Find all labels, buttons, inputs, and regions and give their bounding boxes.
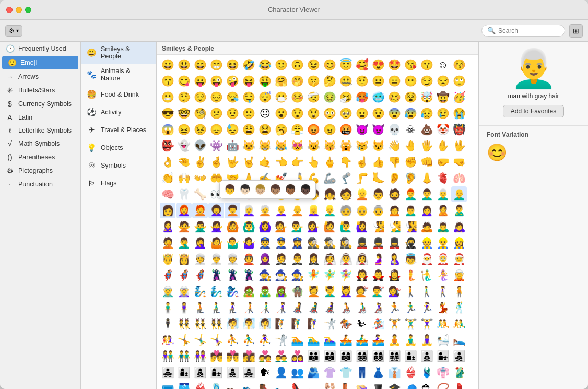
emoji-cell[interactable]: 😯: [289, 105, 305, 121]
emoji-cell[interactable]: 🤟: [225, 154, 240, 170]
emoji-cell[interactable]: 😺: [241, 138, 256, 154]
emoji-cell[interactable]: 😾: [370, 138, 386, 154]
emoji-cell[interactable]: 🕵: [305, 235, 321, 251]
emoji-cell[interactable]: 💩: [419, 122, 434, 137]
emoji-cell[interactable]: 🚣‍♀️: [370, 332, 386, 348]
emoji-cell[interactable]: 🤼‍♀️: [160, 332, 175, 348]
emoji-cell[interactable]: 💃: [435, 300, 451, 315]
emoji-cell[interactable]: 🧜‍♀️: [435, 267, 451, 283]
emoji-cell[interactable]: 🧟‍♂️: [257, 284, 273, 299]
emoji-cell[interactable]: 👫: [160, 348, 175, 364]
emoji-cell[interactable]: 🏊‍♂️: [305, 332, 321, 348]
emoji-cell[interactable]: 🏃‍♀️: [419, 300, 434, 315]
emoji-cell[interactable]: 🤭: [289, 73, 305, 89]
emoji-cell[interactable]: 🤘: [241, 154, 256, 170]
emoji-cell[interactable]: 👨‍❤️‍💋‍👨: [225, 348, 240, 364]
emoji-cell[interactable]: 👽: [192, 138, 208, 154]
emoji-cell[interactable]: 🦸‍♂️: [176, 267, 192, 283]
emoji-cell[interactable]: 😿: [354, 138, 370, 154]
emoji-cell[interactable]: 😍: [370, 57, 386, 73]
emoji-cell[interactable]: 👯‍♀️: [208, 316, 224, 332]
emoji-cell[interactable]: 🥳: [451, 89, 467, 105]
emoji-cell[interactable]: 🤷‍♀️: [241, 235, 256, 251]
emoji-cell[interactable]: 👱: [354, 186, 370, 202]
emoji-cell[interactable]: 👬: [176, 348, 192, 364]
emoji-cell[interactable]: 😘: [403, 57, 418, 73]
emoji-cell[interactable]: 🧑: [338, 186, 354, 202]
emoji-cell[interactable]: 🤺: [322, 316, 337, 332]
emoji-cell[interactable]: 🩰: [322, 381, 337, 389]
emoji-cell[interactable]: 💁: [273, 219, 289, 234]
emoji-cell[interactable]: 😖: [176, 122, 192, 137]
sidebar-item-parentheses[interactable]: () Parentheses: [0, 150, 80, 164]
emoji-cell[interactable]: 👨‍👩‍👧‍👦: [354, 348, 370, 364]
emoji-cell[interactable]: 🤑: [257, 73, 273, 89]
emoji-cell[interactable]: 🧘‍♂️: [403, 332, 418, 348]
emoji-cell[interactable]: 👨‍🦱: [419, 186, 434, 202]
emoji-cell[interactable]: 🗣: [257, 364, 273, 380]
emoji-cell[interactable]: 🧖‍♀️: [257, 316, 273, 332]
emoji-cell[interactable]: 👩‍👧‍👧: [241, 364, 256, 380]
emoji-cell[interactable]: 🙀: [338, 138, 354, 154]
emoji-cell[interactable]: 👺: [160, 138, 175, 154]
skin-tone-option[interactable]: 👦: [223, 183, 237, 196]
emoji-cell[interactable]: 😢: [435, 105, 451, 121]
emoji-cell[interactable]: 😙: [160, 73, 175, 89]
emoji-cell[interactable]: 👮‍♂️: [273, 235, 289, 251]
emoji-cell[interactable]: ✌: [192, 154, 208, 170]
emoji-cell[interactable]: 😇: [338, 57, 354, 73]
emoji-cell[interactable]: 👨‍🦲: [451, 186, 467, 202]
emoji-cell[interactable]: 🤴: [160, 251, 175, 267]
emoji-cell[interactable]: 😨: [386, 105, 402, 121]
emoji-cell[interactable]: 🙇‍♀️: [451, 219, 467, 234]
emoji-cell[interactable]: 🧝: [451, 267, 467, 283]
emoji-cell[interactable]: 👊: [419, 154, 434, 170]
emoji-cell[interactable]: 🦻: [403, 170, 418, 186]
sidebar-item-frequently-used[interactable]: 🕐 Frequently Used: [0, 42, 80, 55]
emoji-cell[interactable]: 🦹‍♀️: [241, 267, 256, 283]
emoji-cell[interactable]: 🧖: [225, 316, 240, 332]
emoji-cell[interactable]: 🧞‍♀️: [225, 284, 240, 299]
emoji-cell[interactable]: 🏋️‍♀️: [419, 316, 434, 332]
emoji-cell[interactable]: 🧘‍♀️: [419, 332, 434, 348]
emoji-cell[interactable]: 🤥: [176, 89, 192, 105]
emoji-cell[interactable]: 👳‍♂️: [208, 251, 224, 267]
sidebar-mid-item-travel[interactable]: ✈ Travel & Places: [81, 121, 156, 139]
emoji-cell[interactable]: 🧑‍🦳: [257, 203, 273, 218]
emoji-cell[interactable]: 👼: [403, 251, 418, 267]
emoji-cell[interactable]: 🕵️‍♀️: [338, 235, 354, 251]
emoji-cell[interactable]: 💀: [386, 122, 402, 137]
emoji-cell[interactable]: 😉: [305, 57, 321, 73]
sidebar-item-arrows[interactable]: → Arrows: [0, 70, 80, 84]
sidebar-item-letterlike[interactable]: ℓ Letterlike Symbols: [0, 124, 80, 137]
emoji-cell[interactable]: 🙄: [451, 73, 467, 89]
emoji-cell[interactable]: 🙆: [225, 219, 240, 234]
emoji-cell[interactable]: 👃: [419, 170, 434, 186]
emoji-cell[interactable]: 🤔: [322, 73, 337, 89]
emoji-cell[interactable]: 🧍‍♀️: [176, 300, 192, 315]
emoji-cell[interactable]: 👿: [370, 122, 386, 137]
emoji-cell[interactable]: 🏊: [289, 332, 305, 348]
emoji-cell[interactable]: 🤖: [225, 138, 240, 154]
emoji-cell[interactable]: 👩: [160, 203, 175, 218]
emoji-cell[interactable]: 👨‍👩‍👦‍👦: [370, 348, 386, 364]
emoji-cell[interactable]: 💂: [354, 235, 370, 251]
emoji-cell[interactable]: 😔: [208, 89, 224, 105]
sidebar-mid-item-animals[interactable]: 🐾 Animals & Nature: [81, 64, 156, 86]
emoji-cell[interactable]: 🏋️‍♂️: [403, 316, 418, 332]
emoji-cell[interactable]: 💆‍♀️: [338, 284, 354, 299]
emoji-cell[interactable]: 👮: [257, 235, 273, 251]
emoji-cell[interactable]: 🥷: [403, 235, 418, 251]
emoji-cell[interactable]: 🧙‍♂️: [273, 267, 289, 283]
emoji-cell[interactable]: 🧗‍♂️: [289, 316, 305, 332]
emoji-cell[interactable]: 👨: [370, 186, 386, 202]
emoji-cell[interactable]: 🦿: [338, 170, 354, 186]
emoji-cell[interactable]: 🤐: [338, 73, 354, 89]
emoji-cell[interactable]: 🤸‍♂️: [192, 332, 208, 348]
emoji-cell[interactable]: 👆: [305, 154, 321, 170]
emoji-cell[interactable]: 👴: [354, 203, 370, 218]
emoji-cell[interactable]: 👨‍🦼: [305, 300, 321, 315]
emoji-cell[interactable]: 🤵: [273, 251, 289, 267]
emoji-cell[interactable]: 🧝‍♂️: [160, 284, 175, 299]
emoji-cell[interactable]: 😓: [225, 122, 240, 137]
